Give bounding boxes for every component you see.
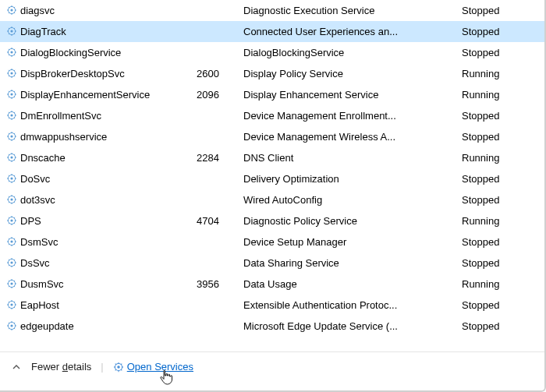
service-status: Stopped (462, 110, 541, 122)
table-row[interactable]: diagsvcDiagnostic Execution ServiceStopp… (0, 0, 546, 21)
svg-line-168 (115, 369, 115, 370)
svg-line-109 (14, 217, 15, 218)
table-row[interactable]: DmEnrollmentSvcDevice Management Enrollm… (0, 105, 546, 126)
svg-line-128 (9, 265, 9, 266)
svg-point-41 (10, 93, 12, 95)
fewer-details-link[interactable]: Fewer details (31, 361, 91, 373)
svg-line-156 (9, 323, 9, 323)
svg-line-159 (14, 323, 15, 323)
table-row[interactable]: DPS4704Diagnostic Policy ServiceRunning (0, 210, 546, 231)
table-row[interactable]: DialogBlockingServiceDialogBlockingServi… (0, 42, 546, 63)
svg-line-8 (9, 12, 9, 13)
svg-line-118 (9, 244, 9, 245)
svg-line-139 (14, 281, 15, 281)
service-status: Running (462, 68, 541, 79)
service-gear-icon (5, 68, 19, 79)
svg-line-106 (9, 217, 9, 218)
svg-line-96 (9, 196, 9, 197)
service-description: Delivery Optimization (243, 173, 462, 185)
table-row[interactable]: EapHostExtensible Authentication Protoc.… (0, 295, 546, 316)
table-row[interactable]: edgeupdateMicrosoft Edge Update Service … (0, 316, 546, 337)
svg-line-167 (121, 369, 122, 370)
service-pid: 2096 (197, 89, 243, 101)
service-status: Stopped (462, 131, 541, 143)
service-status: Running (462, 215, 541, 227)
table-row[interactable]: DiagTrackConnected User Experiences an..… (0, 21, 546, 42)
service-status: Stopped (462, 320, 541, 332)
svg-line-117 (14, 244, 15, 245)
svg-line-136 (9, 281, 9, 281)
table-row[interactable]: DisplayEnhancementService2096Display Enh… (0, 84, 546, 105)
service-gear-icon (5, 257, 19, 268)
service-gear-icon (5, 26, 19, 37)
svg-line-138 (9, 286, 9, 287)
open-services-pre: Open (127, 361, 154, 373)
svg-line-137 (14, 286, 15, 287)
service-status: Running (462, 278, 541, 290)
svg-line-38 (9, 76, 9, 76)
svg-line-37 (14, 76, 15, 76)
svg-line-87 (14, 181, 15, 182)
service-status: Stopped (462, 299, 541, 311)
svg-line-27 (14, 55, 15, 55)
svg-line-116 (9, 238, 9, 239)
table-row[interactable]: DsSvcData Sharing ServiceStopped (0, 253, 546, 274)
svg-line-119 (14, 238, 15, 239)
service-description: Device Management Wireless A... (243, 131, 462, 143)
open-services-post: ervices (161, 361, 193, 373)
service-name: DusmSvc (19, 278, 197, 290)
table-row[interactable]: DusmSvc3956Data UsageRunning (0, 274, 546, 295)
svg-point-141 (10, 303, 12, 305)
services-table[interactable]: diagsvcDiagnostic Execution ServiceStopp… (0, 0, 546, 337)
table-row[interactable]: dot3svcWired AutoConfigStopped (0, 189, 546, 210)
service-name: DialogBlockingService (19, 47, 197, 58)
svg-line-99 (14, 196, 15, 197)
service-gear-icon (5, 236, 19, 247)
service-description: Display Policy Service (243, 68, 462, 79)
service-gear-icon (5, 194, 19, 205)
service-description: Data Sharing Service (243, 257, 462, 269)
table-row[interactable]: DispBrokerDesktopSvc2600Display Policy S… (0, 63, 546, 84)
svg-line-58 (9, 118, 9, 118)
fewer-details-hotkey: d (62, 361, 68, 373)
svg-line-147 (14, 307, 15, 308)
svg-point-51 (10, 114, 12, 116)
service-status: Stopped (462, 194, 541, 206)
svg-line-148 (9, 307, 9, 308)
table-row[interactable]: dmwappushserviceDevice Management Wirele… (0, 126, 546, 147)
svg-line-86 (9, 175, 9, 176)
open-services-hotkey: S (154, 361, 161, 373)
service-name: DsSvc (19, 257, 197, 269)
service-pid: 2284 (197, 152, 243, 164)
service-name: dmwappushservice (19, 131, 197, 143)
service-name: DisplayEnhancementService (19, 89, 197, 101)
svg-line-76 (9, 154, 9, 155)
service-name: DiagTrack (19, 26, 197, 37)
table-row[interactable]: Dnscache2284DNS ClientRunning (0, 147, 546, 168)
svg-line-66 (9, 133, 9, 134)
svg-line-9 (14, 7, 15, 8)
svg-line-126 (9, 260, 9, 260)
service-description: Extensible Authentication Protoc... (243, 299, 462, 311)
footer-divider: | (101, 361, 103, 373)
service-status: Stopped (462, 236, 541, 248)
service-description: Diagnostic Execution Service (243, 5, 462, 16)
svg-point-161 (117, 366, 120, 369)
service-description: DialogBlockingService (243, 47, 462, 58)
table-row[interactable]: DsmSvcDevice Setup ManagerStopped (0, 231, 546, 253)
svg-line-146 (9, 302, 9, 302)
svg-line-26 (9, 49, 9, 50)
table-row[interactable]: DoSvcDelivery OptimizationStopped (0, 168, 546, 189)
svg-line-98 (9, 202, 9, 203)
svg-line-57 (14, 118, 15, 118)
service-description: Microsoft Edge Update Service (... (243, 320, 462, 332)
footer-bar: Fewer details | Open Services (0, 351, 546, 381)
service-description: Device Setup Manager (243, 236, 462, 248)
open-services-link[interactable]: Open Services (113, 361, 193, 373)
svg-line-79 (14, 154, 15, 155)
svg-point-71 (10, 156, 12, 158)
service-name: DPS (19, 215, 197, 227)
service-description: Device Management Enrollment... (243, 110, 462, 122)
service-name: EapHost (19, 299, 197, 311)
svg-point-81 (10, 177, 12, 179)
